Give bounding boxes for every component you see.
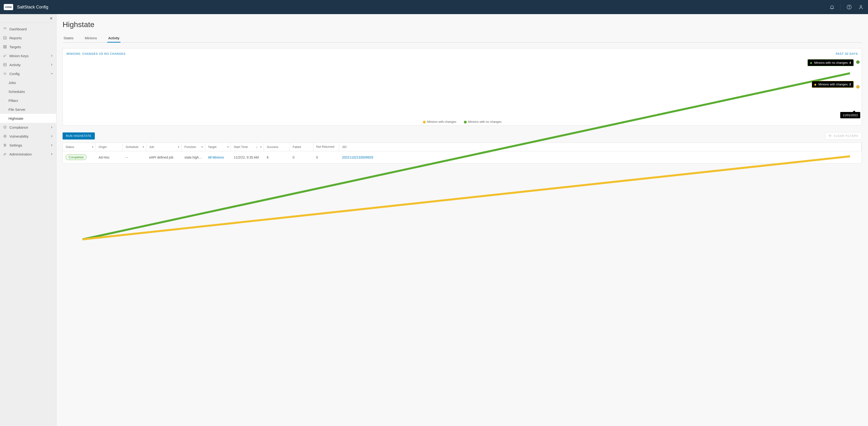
sidebar-item-schedules[interactable]: Schedules <box>0 87 56 96</box>
filter-icon[interactable]: ▾ <box>143 145 144 149</box>
sidebar-item-compliance[interactable]: Compliance <box>0 123 56 132</box>
chevron-right-icon <box>50 144 53 147</box>
line-chart <box>67 57 858 263</box>
sidebar-item-label: Administration <box>9 152 50 156</box>
sidebar-item-file-server[interactable]: File Server <box>0 105 56 114</box>
user-icon[interactable] <box>858 4 864 10</box>
sidebar-item-config[interactable]: Config <box>0 69 56 78</box>
barchart-icon <box>3 36 7 40</box>
svg-rect-5 <box>3 45 5 47</box>
sidebar-item-label: Highstate <box>8 116 53 120</box>
filter-icon[interactable]: ▾ <box>260 145 262 149</box>
main-content: Highstate States Minions Activity MINION… <box>57 14 868 426</box>
bell-icon[interactable] <box>829 4 835 10</box>
sidebar: Dashboard Reports Targets Minion Keys <box>0 14 57 426</box>
target-icon <box>3 134 7 138</box>
svg-point-2 <box>860 5 862 7</box>
column-header-status[interactable]: Status▾ <box>63 143 96 151</box>
sidebar-item-label: Jobs <box>8 81 53 85</box>
sidebar-item-label: Targets <box>9 45 53 49</box>
sidebar-item-label: Compliance <box>9 125 50 129</box>
sidebar-item-label: Reports <box>9 36 53 40</box>
column-header-schedule[interactable]: Schedule▾ <box>123 143 146 151</box>
tab-states[interactable]: States <box>63 36 74 42</box>
chevron-right-icon <box>50 63 53 66</box>
svg-point-15 <box>5 145 6 146</box>
svg-point-12 <box>4 135 6 138</box>
filter-icon[interactable]: ▾ <box>178 145 180 149</box>
sidebar-item-label: Vulnerability <box>9 134 50 138</box>
column-header-target[interactable]: Target▾ <box>205 143 231 151</box>
chart-card: MINIONS: CHANGES VS NO CHANGES PAST 30 D… <box>63 48 862 126</box>
sliders-icon <box>3 143 7 147</box>
page-title: Highstate <box>63 20 862 29</box>
sidebar-item-label: Config <box>9 72 50 76</box>
chevron-right-icon <box>50 134 53 138</box>
sidebar-item-dashboard[interactable]: Dashboard <box>0 25 56 33</box>
column-header-start-time[interactable]: Start Time ↓ ▾ <box>231 143 264 151</box>
svg-rect-6 <box>5 45 6 47</box>
key-icon <box>3 54 7 58</box>
column-header-function[interactable]: Function▾ <box>182 143 205 151</box>
chart-title: MINIONS: CHANGES VS NO CHANGES <box>67 52 126 56</box>
chart-tooltip-date: 11/01/2022 <box>840 112 860 118</box>
chart-tooltip-changes: Minions with changes: 2 <box>812 81 854 88</box>
sidebar-item-pillars[interactable]: Pillars <box>0 96 56 105</box>
vmw-logo: vmw <box>4 4 13 10</box>
sidebar-item-label: Schedules <box>8 90 53 94</box>
filter-icon[interactable]: ▾ <box>92 145 94 149</box>
column-header-job[interactable]: Job▾ <box>146 143 182 151</box>
sidebar-item-minion-keys[interactable]: Minion Keys <box>0 51 56 60</box>
gear-icon <box>3 71 7 76</box>
sidebar-item-highstate[interactable]: Highstate <box>0 114 56 123</box>
grid-icon <box>3 45 7 49</box>
chevron-right-icon <box>50 126 53 129</box>
table-header: Status▾ Origin Schedule▾ Job▾ Function▾ … <box>63 143 862 151</box>
chart-area: Minions with no changes: 4 Minions with … <box>67 57 858 119</box>
sidebar-item-label: File Server <box>8 108 53 112</box>
svg-line-17 <box>82 73 850 239</box>
column-header-not-returned[interactable]: Not Returned <box>313 143 339 151</box>
sidebar-item-vulnerability[interactable]: Vulnerability <box>0 132 56 141</box>
filter-icon[interactable]: ▾ <box>202 145 203 149</box>
help-icon[interactable] <box>846 4 852 10</box>
sidebar-item-label: Settings <box>9 143 50 147</box>
app-title: SaltStack Config <box>17 5 48 10</box>
sort-desc-icon[interactable]: ↓ <box>256 145 258 149</box>
chart-range: PAST 30 DAYS <box>836 52 858 56</box>
sidebar-collapse[interactable] <box>0 14 56 23</box>
chevron-right-icon <box>50 152 53 156</box>
tooltip-label: Minions with changes: <box>818 83 848 86</box>
wrench-icon <box>3 152 7 156</box>
filter-icon[interactable]: ▾ <box>227 145 229 149</box>
sidebar-item-label: Pillars <box>8 98 53 102</box>
sidebar-item-reports[interactable]: Reports <box>0 33 56 42</box>
tooltip-date: 11/01/2022 <box>843 113 858 117</box>
sidebar-item-label: Minion Keys <box>9 54 50 58</box>
svg-rect-8 <box>5 47 6 48</box>
tab-activity[interactable]: Activity <box>107 36 120 42</box>
column-header-origin[interactable]: Origin <box>96 143 123 151</box>
svg-rect-10 <box>3 63 6 66</box>
svg-point-13 <box>4 136 5 137</box>
sidebar-item-activity[interactable]: Activity <box>0 60 56 69</box>
chart-tooltip-no-changes: Minions with no changes: 4 <box>808 59 854 66</box>
chart-point-changes[interactable] <box>856 85 860 88</box>
sidebar-item-label: Dashboard <box>9 27 53 31</box>
sidebar-item-settings[interactable]: Settings <box>0 141 56 150</box>
sidebar-item-jobs[interactable]: Jobs <box>0 78 56 87</box>
svg-rect-7 <box>3 47 5 48</box>
tab-minions[interactable]: Minions <box>84 36 98 42</box>
sidebar-item-targets[interactable]: Targets <box>0 42 56 51</box>
column-header-jid[interactable]: JID <box>339 143 862 151</box>
svg-line-18 <box>82 156 850 239</box>
app-header: vmw SaltStack Config <box>0 0 868 14</box>
sidebar-item-administration[interactable]: Administration <box>0 150 56 158</box>
column-header-success[interactable]: Success <box>264 143 290 151</box>
tooltip-label: Minions with no changes: <box>814 61 848 64</box>
svg-point-9 <box>4 56 5 57</box>
pulse-icon <box>3 63 7 67</box>
tabs: States Minions Activity <box>63 36 862 42</box>
column-header-failed[interactable]: Failed <box>290 143 313 151</box>
chart-point-no-changes[interactable] <box>856 60 860 64</box>
